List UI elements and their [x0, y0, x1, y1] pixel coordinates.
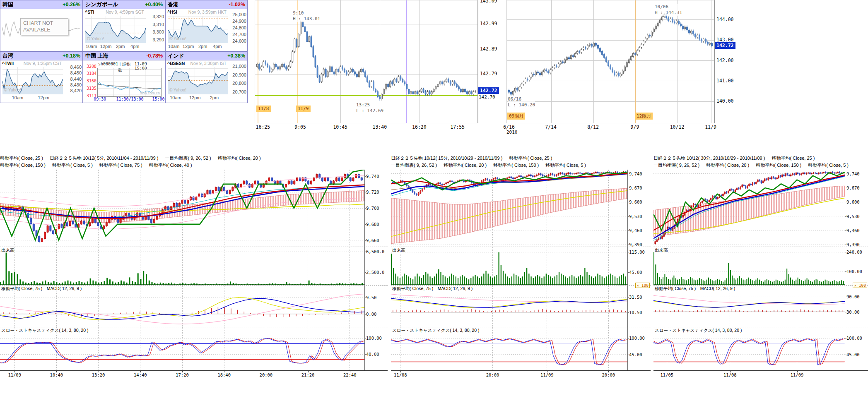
volume-label: 出来高: [655, 247, 668, 253]
axis-tick-label: 142.00: [716, 58, 734, 63]
axis-tick-label: 9,740: [366, 174, 379, 179]
axis-tick-label: 24,900: [232, 19, 246, 24]
legend-item: 日経２２５先物 10/12( 30分, 2010/10/29 - 2010/11…: [653, 156, 765, 161]
intraday-x-axis: 16:259:0510:4513:4016:2017:55: [255, 124, 477, 131]
macd-section: 移動平均( Close, 75 ) MACD( 12, 26, 9 )90.00…: [653, 285, 868, 327]
mini-panel-china[interactable]: 中国 上海 -0.78% sh000001 上証指数 11-09 15:00 3…: [83, 51, 165, 103]
nikkei-30min-panel: 日経２２５先物 10/12( 30分, 2010/10/29 - 2010/11…: [653, 155, 868, 382]
axis-tick-label: 9,530: [629, 214, 642, 219]
mini-panel-taiwan[interactable]: 台湾 +0.18% ^TWII Nov 9, 1:25pm CST 8,4608…: [0, 51, 83, 103]
volume-section: 出来高115.0045.00× 100: [391, 247, 651, 285]
axis-tick-label: 10am: [168, 44, 180, 49]
volume-y-axis: 240.00100.00: [845, 247, 868, 285]
axis-tick-label: 3208: [87, 64, 96, 69]
main-y-axis: 9,7409,6709,6009,5309,4609,390: [845, 170, 868, 247]
market-name: シンガポール: [85, 1, 118, 8]
contract-tag-09: 09限月: [507, 113, 525, 120]
panel-header: 中国 上海 -0.78%: [83, 52, 165, 60]
axis-tick-label: 9,700: [366, 206, 379, 211]
axis-tick-label: 11/09: [791, 372, 804, 377]
y-axis-labels: 32083184316031353111: [84, 65, 96, 98]
axis-tick-label: 10.50: [629, 310, 642, 315]
main-y-axis: 9,7409,7209,7009,6809,660: [364, 170, 388, 247]
axis-tick-label: 3,300: [152, 29, 164, 34]
nikkei-5min-panel: 移動平均( Close, 25 )日経２２５先物 10/12( 5分, 2010…: [0, 155, 388, 382]
axis-tick-label: 12pm: [189, 95, 201, 100]
legend-item: 移動平均( Close, 25 ): [772, 156, 815, 161]
axis-tick-label: 24,800: [232, 25, 246, 30]
axis-tick-label: 12pm: [38, 95, 50, 100]
axis-tick-label: 7/14: [545, 124, 557, 130]
low-annotation: 13:25 L : 142.69: [356, 102, 383, 114]
axis-tick-label: 13:40: [372, 124, 387, 130]
axis-tick-label: 3,320: [152, 14, 164, 19]
mini-panel-singapore[interactable]: シンガポール +0.40% ^STI Nov 9, 4:59pm SGT 3,3…: [83, 0, 165, 51]
ticker-symbol: ^TWII: [2, 61, 14, 66]
legend-item: 一目均衡表( 9, 26, 52 ): [391, 163, 437, 168]
panel-header: 台湾 +0.18%: [0, 52, 82, 60]
mini-chart-body: ^HSI Nov 9, 3:59pm HKT 25,00024,90024,80…: [166, 9, 247, 51]
axis-tick-label: 141.00: [716, 78, 734, 84]
chart-legend: 日経２２５先物 10/12( 30分, 2010/10/29 - 2010/11…: [653, 155, 868, 170]
axis-tick-label: 11/09: [8, 372, 21, 377]
last-price-box: 142.72: [715, 42, 735, 49]
axis-tick-label: 3160: [87, 79, 96, 83]
quote-timestamp: Nov 9, 3:59pm HKT: [188, 10, 227, 14]
last-price-box: 142.72: [478, 87, 499, 94]
legend-item: 一目均衡表( 9, 26, 52 ): [165, 156, 211, 161]
volume-multiplier-badge: × 100: [635, 283, 650, 288]
axis-tick-label: 143.09: [480, 0, 497, 4]
market-name: インド: [168, 52, 184, 60]
chart-legend: 日経２２５先物 10/12( 15分, 2010/10/29 - 2010/11…: [391, 155, 651, 170]
stoch-label: スロー・ストキャスティクス( 14, 3, 80, 20 ): [655, 328, 742, 334]
macd-label: 移動平均( Close, 75 ) MACD( 12, 26, 9 ): [392, 286, 473, 292]
axis-tick-label: 17:55: [450, 124, 465, 130]
mini-panel-hongkong[interactable]: 香港 -1.02% ^HSI Nov 9, 3:59pm HKT 25,0002…: [165, 0, 248, 51]
axis-tick-label: 10:45: [333, 124, 347, 130]
ticker-symbol: ^HSI: [167, 10, 177, 14]
x-axis-labels: 10am12pm2pm: [168, 95, 229, 101]
axis-tick-label: 20:00: [602, 372, 615, 377]
axis-tick-label: 13:20: [92, 372, 105, 377]
axis-tick-label: 144.00: [716, 17, 734, 22]
axis-tick-label: 100.00: [846, 336, 862, 341]
legend-item: 日経２２５先物 10/12( 5分, 2010/11/04 - 2010/11/…: [50, 156, 159, 161]
session-tag-1108: 11/8: [256, 106, 271, 112]
legend-item: 移動平均( Close, 5 ): [545, 163, 586, 168]
axis-tick-label: 3184: [87, 71, 96, 76]
mini-panel-india[interactable]: インド +0.38% ^BSESN Nov 9, 3:30pm IST 21,0…: [165, 51, 248, 103]
axis-tick-label: 100.00: [629, 336, 645, 341]
axis-tick-label: 11/08: [723, 372, 737, 377]
axis-tick-label: 45.00: [629, 352, 642, 357]
yahoo-watermark: © Yahoo!: [4, 88, 21, 92]
mini-chart-body: ^BSESN Nov 9, 3:30pm IST 21,00020,90020,…: [166, 60, 247, 103]
macd-canvas: [653, 286, 845, 327]
axis-tick-label: 6,500.0: [366, 249, 384, 254]
main-section: 9,7409,6709,6009,5309,4609,390: [391, 170, 651, 247]
axis-tick-label: 3,310: [152, 22, 164, 27]
mini-panel-korea[interactable]: 韓国 +0.26% CHART NOT AVAILABLE: [0, 0, 83, 51]
near-price-label: 142.70: [479, 94, 495, 100]
axis-tick-label: 4pm: [213, 44, 222, 49]
volume-y-axis: 6,500.02,500.0: [364, 247, 388, 285]
axis-tick-label: 2pm: [198, 44, 207, 49]
axis-tick-label: 2pm: [116, 44, 125, 49]
axis-tick-label: 3135: [87, 86, 96, 91]
ticker-symbol: ^BSESN: [167, 61, 185, 66]
axis-tick-label: 2pm: [210, 95, 219, 100]
time-axis: 11/0820:0011/0920:00: [391, 370, 651, 382]
axis-tick-label: 9:05: [294, 124, 306, 130]
mini-chart-body: sh000001 上証指数 11-09 15:00 32083184316031…: [83, 60, 165, 103]
axis-tick-label: 9,660: [366, 238, 379, 243]
main-section: 9,7409,7209,7009,6809,660: [0, 170, 388, 247]
legend-item: 移動平均( Close, 150 ): [0, 163, 46, 168]
axis-tick-label: 16:25: [256, 124, 270, 130]
axis-tick-label: 9/9: [631, 124, 639, 130]
axis-tick-label: 142.89: [480, 46, 497, 52]
axis-tick-label: 31.50: [629, 295, 642, 300]
intraday-candle-chart: 143.09142.99142.89142.79 142.72 142.70 1…: [255, 0, 497, 137]
axis-tick-label: 115.00: [629, 250, 645, 254]
axis-tick-label: 142.99: [480, 21, 497, 26]
axis-tick-label: 09:30: [94, 97, 106, 101]
axis-tick-label: 10am: [12, 95, 24, 100]
